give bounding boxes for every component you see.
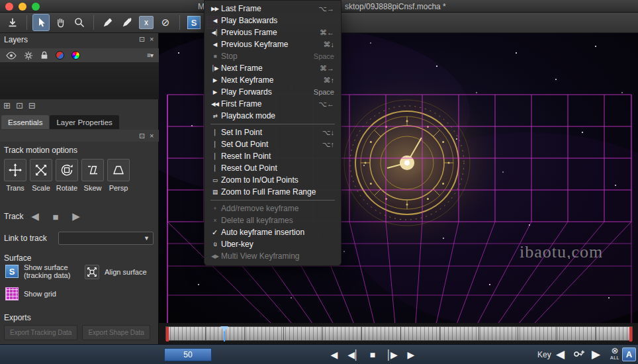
pan-tool-button[interactable] [52,14,69,31]
panel-tabs: Essentials Layer Properties [1,115,119,129]
menu-item-previous-keyframe[interactable]: ◀ Previous Keyframe ⌘↓ [205,38,341,50]
pen-x-icon: x [102,17,114,28]
menu-item-uber-key[interactable]: ü Uber-key [205,238,341,250]
motion-tool-label: Persp [107,184,130,192]
float-panel-icon[interactable]: ⊡ [139,132,145,140]
perspective-motion-button[interactable] [107,159,130,181]
menu-item-auto-keyframe-insertion[interactable]: ✓ Auto keyframe insertion [205,226,341,238]
export-shape-data-button[interactable]: Export Shape Data [82,325,150,340]
timeline-ruler[interactable] [165,326,633,341]
track-motion-options-label: Track motion options [4,146,77,155]
auto-keyframe-toggle[interactable]: A [622,347,636,361]
menu-item-first-frame[interactable]: ◀◀ First Frame ⌥← [205,98,341,110]
delete-layer-icon[interactable]: ⊟ [28,101,36,111]
zoom-window-button[interactable] [32,3,40,11]
float-panel-icon[interactable]: ⊡ [139,35,145,44]
current-frame-field[interactable]: 50 [164,348,212,361]
hand-icon [54,17,66,28]
zoom-tool-button[interactable] [71,14,88,31]
surface-s-icon: S [187,16,201,29]
watermark-text: ibaotu.com [520,242,603,262]
menu-item-play-backwards[interactable]: ◀ Play Backwards [205,15,341,26]
close-panel-icon[interactable]: × [150,35,154,43]
previous-frame-button[interactable]: ◀│ [346,347,359,363]
add-point-pen-button[interactable] [118,14,136,31]
show-surface-toolbar-button[interactable]: S [185,14,203,31]
menu-item-zoom-to-in-out-points[interactable]: ▭ Zoom to In/Out Points [205,174,341,186]
layer-actions: ⊞ ⊡ ⊟ [3,101,36,111]
first-frame-icon: ◀◀ [208,101,221,107]
select-tool-button[interactable] [32,14,50,31]
stop-button[interactable]: ■ [365,347,379,363]
new-layer-group-icon[interactable]: ⊞ [3,101,11,111]
menu-item-reset-in-point[interactable]: │ Reset In Point [205,150,341,162]
play-backwards-button[interactable]: ◀ [327,347,340,363]
previous-keyframe-button[interactable]: ◀ [556,347,565,361]
menu-item-next-frame[interactable]: │▶ Next Frame ⌘→ [205,62,341,74]
next-frame-icon: │▶ [208,65,221,71]
export-project-button[interactable] [4,14,21,31]
layer-list[interactable] [0,62,159,99]
layer-color-icon[interactable] [56,51,64,60]
play-forwards-button[interactable]: ▶ [404,347,417,363]
reset-in-point-icon: │ [208,153,221,159]
motion-tool-label: Skew [81,184,104,192]
visibility-eye-icon[interactable] [6,52,17,60]
next-frame-button[interactable]: │▶ [385,347,398,363]
menu-item-set-out-point[interactable]: │ Set Out Point ⌥↑ [205,138,341,150]
stop-icon: ■ [208,53,221,60]
delete-all-keyframes-icon: × [208,217,221,224]
playhead-marker[interactable] [224,327,225,341]
menu-item-play-forwards[interactable]: ▶ Play Forwards Space [205,86,341,98]
menu-item-add-remove-keyframe: + Add/remove keyframe [205,203,341,214]
scale-motion-button[interactable] [30,159,52,181]
minimize-window-button[interactable] [19,3,26,11]
next-keyframe-button[interactable]: ▶ [592,347,600,361]
menu-item-next-keyframe[interactable]: ▶ Next Keyframe ⌘↑ [205,74,341,86]
playback-mode-icon: ⇄ [208,113,221,119]
toolbar-separator [93,15,94,30]
menu-item-playback-mode[interactable]: ⇄ Playback mode [205,110,341,122]
lock-icon[interactable] [40,50,48,60]
playback-context-menu: ▶▶ Last Frame ⌥→ ◀ Play Backwards ◀│ Pre… [204,0,342,266]
show-surface-button[interactable]: S Show surface (tracking data) [5,263,70,279]
disable-tool-button[interactable]: ⊘ [157,14,174,31]
stop-tracking-button[interactable]: ■ [48,209,63,224]
export-tracking-data-button[interactable]: Export Tracking Data [4,325,77,340]
show-grid-button[interactable]: Show grid [5,287,56,300]
track-backwards-button[interactable]: ◀ [28,209,42,224]
tab-essentials[interactable]: Essentials [1,115,49,129]
menu-item-multi-view-keyframing: ◀▶ Multi View Keyframing [205,250,341,262]
gear-icon[interactable] [24,51,33,60]
menu-item-zoom-to-full-frame-range[interactable]: ▤ Zoom to Full Frame Range [205,186,341,198]
in-point-marker[interactable] [166,327,169,341]
delete-point-pen-button[interactable]: x [99,14,116,31]
close-window-button[interactable] [5,3,13,11]
link-to-track-value [59,235,62,243]
menu-item-set-in-point[interactable]: │ Set In Point ⌥↓ [205,126,341,138]
out-point-marker[interactable] [629,327,632,341]
delete-x-tool-button[interactable]: x [138,14,155,31]
rotate-motion-button[interactable] [56,159,78,181]
translation-motion-button[interactable] [4,159,26,181]
menu-item-reset-out-point[interactable]: │ Reset Out Point [205,162,341,174]
add-keyframe-button[interactable] [573,349,585,359]
all-keyframes-button[interactable]: ⊗ ALL [608,346,622,361]
timeline [159,323,638,344]
surface-s-icon: S [5,265,19,278]
zoom-full-range-icon: ▤ [208,189,221,195]
duplicate-layer-icon[interactable]: ⊡ [16,101,23,111]
menu-separator [210,200,335,201]
reset-out-point-icon: │ [208,165,221,171]
color-wheel-icon[interactable] [71,51,80,60]
layer-filter-icon[interactable]: ≡▾ [147,52,153,59]
link-to-track-select[interactable]: ▼ [58,232,154,245]
close-panel-icon[interactable]: × [150,132,154,140]
skew-motion-button[interactable] [81,159,104,181]
track-forwards-button[interactable]: ▶ [69,209,83,224]
align-surface-button[interactable]: Align surface [85,265,147,279]
zoom-in-out-icon: ▭ [208,177,221,183]
menu-item-previous-frame[interactable]: ◀│ Previous Frame ⌘← [205,26,341,38]
menu-item-last-frame[interactable]: ▶▶ Last Frame ⌥→ [205,3,341,15]
tab-layer-properties[interactable]: Layer Properties [50,115,118,129]
